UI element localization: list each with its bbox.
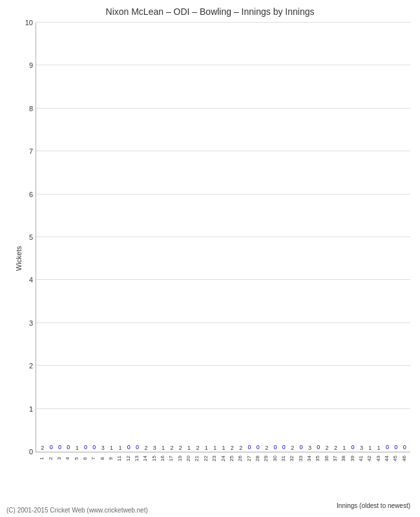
- x-tick-11: 11: [116, 450, 122, 467]
- x-tick-13: 13: [134, 450, 140, 467]
- gridline-2: [36, 365, 410, 366]
- x-tick-45: 45: [392, 450, 398, 467]
- x-tick-14: 14: [142, 450, 148, 467]
- gridline-4: [36, 279, 410, 280]
- x-tick-31: 31: [280, 450, 286, 467]
- x-tick-44: 44: [384, 450, 390, 467]
- y-tick-1: 1: [17, 405, 33, 413]
- x-tick-15: 15: [151, 450, 157, 467]
- x-tick-21: 21: [194, 450, 200, 467]
- x-tick-12: 12: [125, 450, 131, 467]
- x-tick-42: 42: [366, 450, 372, 467]
- x-tick-38: 38: [341, 450, 346, 467]
- bar-value-zero-46: 0: [399, 444, 410, 450]
- x-tick-35: 35: [315, 450, 320, 467]
- x-tick-6: 6: [82, 450, 88, 467]
- chart-title: Nixon McLean – ODI – Bowling – Innings b…: [0, 0, 420, 20]
- x-tick-41: 41: [358, 450, 364, 467]
- y-tick-8: 8: [17, 105, 33, 112]
- gridline-9: [36, 65, 410, 65]
- x-tick-5: 5: [74, 450, 79, 467]
- gridline-10: [36, 22, 410, 23]
- x-tick-24: 24: [220, 450, 226, 467]
- y-axis-label: Wickets: [15, 246, 23, 271]
- y-tick-6: 6: [17, 191, 33, 198]
- gridline-3: [36, 322, 410, 323]
- chart-container: Nixon McLean – ODI – Bowling – Innings b…: [0, 0, 420, 517]
- x-tick-9: 9: [108, 450, 114, 467]
- x-tick-37: 37: [332, 450, 338, 467]
- y-tick-3: 3: [17, 319, 33, 327]
- x-tick-1: 1: [39, 450, 45, 467]
- y-tick-9: 9: [17, 61, 33, 69]
- x-tick-3: 3: [56, 450, 62, 467]
- y-tick-2: 2: [17, 362, 33, 370]
- gridline-7: [36, 151, 410, 151]
- x-tick-16: 16: [160, 450, 165, 467]
- y-tick-5: 5: [17, 233, 33, 241]
- x-tick-27: 27: [246, 450, 252, 467]
- x-tick-32: 32: [289, 450, 295, 467]
- y-tick-10: 10: [17, 19, 33, 26]
- x-tick-28: 28: [255, 450, 260, 467]
- x-tick-7: 7: [90, 450, 96, 467]
- x-tick-8: 8: [100, 450, 105, 467]
- x-tick-17: 17: [168, 450, 174, 467]
- x-tick-19: 19: [177, 450, 183, 467]
- x-tick-46: 46: [401, 450, 407, 467]
- x-tick-22: 22: [203, 450, 209, 467]
- copyright-text: (C) 2001-2015 Cricket Web (www.cricketwe…: [6, 507, 148, 514]
- y-tick-4: 4: [17, 276, 33, 284]
- gridline-6: [36, 194, 410, 195]
- gridline-1: [36, 408, 410, 409]
- x-tick-20: 20: [185, 450, 191, 467]
- x-tick-36: 36: [324, 450, 330, 467]
- y-tick-7: 7: [17, 147, 33, 155]
- x-tick-26: 26: [237, 450, 243, 467]
- gridline-5: [36, 237, 410, 237]
- gridline-8: [36, 108, 410, 109]
- x-tick-2: 2: [48, 450, 54, 467]
- x-tick-39: 39: [350, 450, 355, 467]
- x-tick-25: 25: [229, 450, 235, 467]
- x-tick-23: 23: [211, 450, 217, 467]
- x-tick-4: 4: [65, 450, 70, 467]
- x-tick-30: 30: [272, 450, 278, 467]
- chart-area: 0123456789102102030415060738191110120132…: [36, 23, 410, 452]
- y-tick-0: 0: [17, 448, 33, 456]
- x-tick-34: 34: [306, 450, 312, 467]
- x-tick-29: 29: [263, 450, 269, 467]
- x-tick-43: 43: [375, 450, 381, 467]
- x-tick-33: 33: [298, 450, 304, 467]
